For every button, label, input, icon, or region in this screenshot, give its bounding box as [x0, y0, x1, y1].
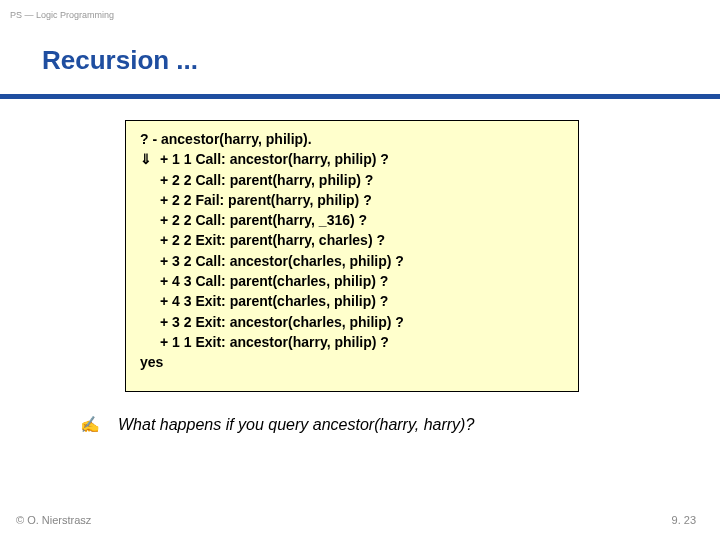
indent [140, 312, 160, 332]
indent [140, 251, 160, 271]
trace-text: + 3 2 Exit: ancestor(charles, philip) ? [160, 312, 404, 332]
question-row: ✍ What happens if you query ancestor(har… [80, 415, 474, 434]
indent [140, 230, 160, 250]
course-label: PS — Logic Programming [10, 10, 114, 20]
indent [140, 170, 160, 190]
footer-copyright: © O. Nierstrasz [16, 514, 91, 526]
indent [140, 271, 160, 291]
trace-line: + 2 2 Exit: parent(harry, charles) ? [140, 230, 568, 250]
indent [140, 332, 160, 352]
slide-title: Recursion ... [42, 45, 198, 76]
trace-text: + 2 2 Fail: parent(harry, philip) ? [160, 190, 372, 210]
trace-line: + 4 3 Exit: parent(charles, philip) ? [140, 291, 568, 311]
trace-line: + 3 2 Call: ancestor(charles, philip) ? [140, 251, 568, 271]
trace-text: + 4 3 Exit: parent(charles, philip) ? [160, 291, 388, 311]
result-line: yes [140, 352, 568, 372]
trace-text: + 4 3 Call: parent(charles, philip) ? [160, 271, 388, 291]
trace-text: + 2 2 Call: parent(harry, philip) ? [160, 170, 373, 190]
title-divider [0, 94, 720, 99]
trace-text: + 3 2 Call: ancestor(charles, philip) ? [160, 251, 404, 271]
trace-line: + 3 2 Exit: ancestor(charles, philip) ? [140, 312, 568, 332]
writing-hand-icon: ✍ [80, 415, 100, 434]
question-text: What happens if you query ancestor(harry… [118, 416, 474, 434]
trace-line: + 2 2 Call: parent(harry, _316) ? [140, 210, 568, 230]
trace-text: + 2 2 Call: parent(harry, _316) ? [160, 210, 367, 230]
indent [140, 210, 160, 230]
indent [140, 190, 160, 210]
indent [140, 291, 160, 311]
trace-line: + 2 2 Call: parent(harry, philip) ? [140, 170, 568, 190]
trace-line: + 4 3 Call: parent(charles, philip) ? [140, 271, 568, 291]
trace-text: + 1 1 Exit: ancestor(harry, philip) ? [160, 332, 389, 352]
down-arrow-icon: ⇓ [140, 149, 160, 169]
trace-text: + 1 1 Call: ancestor(harry, philip) ? [160, 149, 389, 169]
trace-text: + 2 2 Exit: parent(harry, charles) ? [160, 230, 385, 250]
query-line: ? - ancestor(harry, philip). [140, 129, 568, 149]
trace-line: + 1 1 Exit: ancestor(harry, philip) ? [140, 332, 568, 352]
trace-code-box: ? - ancestor(harry, philip). ⇓ + 1 1 Cal… [125, 120, 579, 392]
footer-page-number: 9. 23 [672, 514, 696, 526]
trace-line: ⇓ + 1 1 Call: ancestor(harry, philip) ? [140, 149, 568, 169]
trace-line: + 2 2 Fail: parent(harry, philip) ? [140, 190, 568, 210]
